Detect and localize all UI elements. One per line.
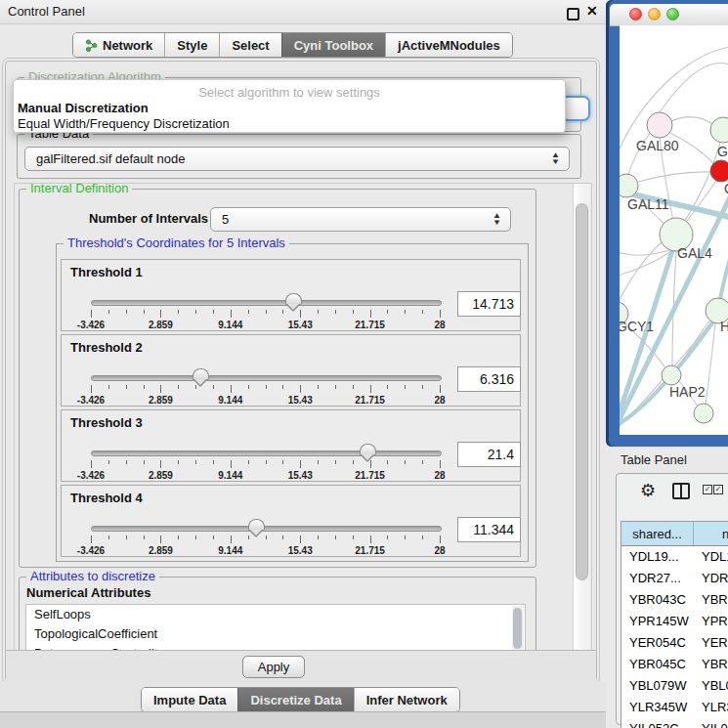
threshold-3-value-field[interactable]: 21.4 — [457, 442, 521, 467]
network-window-titlebar — [610, 4, 728, 26]
table-row[interactable]: YDL19...YDL1 — [621, 546, 728, 568]
stepper-arrows-icon: ▲▼ — [492, 212, 501, 226]
threshold-1-panel: Threshold 1 -3.4262.8599.14415.4321.7152… — [61, 259, 521, 331]
tab-cyni-toolbox-label: Cyni Toolbox — [294, 38, 373, 53]
cell: YLR3 — [694, 697, 728, 718]
number-of-intervals-value: 5 — [222, 212, 229, 227]
threshold-1-value-field[interactable]: 14.713 — [457, 291, 521, 317]
float-window-icon[interactable] — [567, 8, 579, 21]
threshold-4-panel: Threshold 4 -3.4262.8599.14415.4321.7152… — [61, 485, 521, 557]
tab-style-label: Style — [177, 38, 207, 53]
table-row[interactable]: YER054CYER0 — [621, 632, 728, 654]
dropdown-option-manual-discretization[interactable]: Manual Discretization — [14, 101, 565, 116]
cyni-toolbox-panel: Discretization Algorithm Select algorith… — [5, 61, 597, 682]
node-top-right[interactable] — [710, 117, 728, 143]
tab-jactivemnodules[interactable]: jActiveMNodules — [385, 33, 512, 57]
numerical-attributes-label: Numerical Attributes — [26, 585, 150, 600]
tab-jactivemnodules-label: jActiveMNodules — [398, 38, 500, 53]
tab-style[interactable]: Style — [164, 33, 219, 57]
threshold-2-panel: Threshold 2 -3.4262.8599.14415.4321.7152… — [61, 334, 521, 407]
node-label: GAL4 — [677, 245, 712, 261]
table-row[interactable]: YBL079WYBL0 — [621, 675, 728, 697]
node-hap2[interactable] — [662, 365, 681, 385]
table-data-combobox[interactable]: galFiltered.sif default node ▲▼ — [24, 147, 570, 171]
tab-cyni-toolbox[interactable]: Cyni Toolbox — [281, 33, 385, 57]
table-panel-title: Table Panel — [621, 452, 687, 467]
attributes-group-title: Attributes to discretize — [26, 569, 159, 583]
cell: YIL052C — [621, 718, 694, 728]
settings-scrollbar-thumb[interactable] — [576, 203, 588, 580]
attributes-list-scrollbar[interactable] — [512, 606, 524, 651]
network-view-window[interactable]: GAL80 GA G GAL11 GAL4 GCY1 H HAP2 — [606, 0, 728, 447]
column-header-name[interactable]: n — [694, 522, 728, 546]
tab-network[interactable]: Network — [73, 33, 164, 57]
node-gal11[interactable] — [620, 174, 638, 197]
bottom-tab-bar: Impute Data Discretize Data Infer Networ… — [141, 687, 460, 712]
tab-discretize-data[interactable]: Discretize Data — [237, 688, 353, 711]
node-selected-red[interactable] — [710, 160, 728, 182]
column-header-shared-name[interactable]: shared... — [621, 522, 694, 546]
gear-icon[interactable]: ⚙ — [640, 480, 656, 501]
threshold-1-slider-thumb[interactable] — [285, 293, 302, 305]
tab-infer-network[interactable]: Infer Network — [354, 688, 459, 711]
node-label: HAP2 — [669, 384, 706, 400]
table-row[interactable]: YPR145WYPR1 — [621, 611, 728, 632]
window-zoom-icon[interactable] — [666, 8, 679, 21]
table-panel-region: Table Panel ⚙ ✓ ✓ shared... n YDL19...YD… — [606, 447, 728, 728]
node-label: GAL11 — [627, 196, 669, 212]
network-canvas[interactable]: GAL80 GA G GAL11 GAL4 GCY1 H HAP2 — [620, 25, 728, 435]
cell: YPR1 — [694, 611, 728, 632]
checkbox-icon: ✓ — [713, 485, 723, 494]
threshold-2-ticks: -3.4262.8599.14415.4321.71528 — [91, 381, 440, 407]
cell: YBR0 — [694, 654, 728, 675]
threshold-3-panel: Threshold 3 -3.4262.8599.14415.4321.7152… — [61, 409, 521, 482]
attributes-list-scrollbar-thumb[interactable] — [513, 608, 522, 649]
table-row[interactable]: YLR345WYLR3 — [621, 697, 728, 718]
settings-scrollbar[interactable] — [573, 184, 591, 652]
node-gal80[interactable] — [647, 112, 672, 138]
threshold-4-slider-thumb[interactable] — [248, 519, 265, 531]
cell: YDL1 — [694, 546, 728, 568]
table-row[interactable]: YBR045CYBR0 — [621, 654, 728, 675]
threshold-3-label: Threshold 3 — [70, 415, 143, 430]
dropdown-option-equal-width-frequency[interactable]: Equal Width/Frequency Discretization — [14, 116, 565, 132]
select-columns-icon[interactable]: ✓ ✓ — [703, 485, 723, 494]
cell: YLR345W — [621, 697, 694, 718]
cell: YPR145W — [621, 611, 694, 632]
settings-scroll-region: Interval Definition Number of Intervals … — [14, 183, 592, 653]
thresholds-group: Threshold's Coordinates for 5 Intervals … — [56, 243, 529, 562]
numerical-attributes-list: SelfLoops TopologicalCoefficient Between… — [25, 604, 526, 653]
thresholds-group-title: Threshold's Coordinates for 5 Intervals — [64, 236, 289, 250]
threshold-2-slider-thumb[interactable] — [193, 368, 209, 380]
tab-discretize-data-label: Discretize Data — [250, 693, 341, 707]
table-row[interactable]: YDR27...YDR2 — [621, 568, 728, 589]
window-minimize-icon[interactable] — [648, 8, 661, 21]
tab-select[interactable]: Select — [219, 33, 280, 57]
table-panel-box: ⚙ ✓ ✓ shared... n YDL19...YDL1 YDR27...Y… — [616, 473, 728, 725]
threshold-3-ticks: -3.4262.8599.14415.4321.71528 — [91, 456, 440, 482]
split-view-icon[interactable] — [672, 483, 690, 499]
dropdown-placeholder-option: Select algorithm to view settings — [14, 85, 565, 101]
list-item[interactable]: SelfLoops — [26, 605, 525, 624]
threshold-1-ticks: -3.4262.8599.14415.4321.71528 — [91, 306, 440, 331]
threshold-4-value-field[interactable]: 11.344 — [457, 517, 521, 542]
tab-network-label: Network — [103, 38, 152, 53]
tab-impute-data[interactable]: Impute Data — [142, 688, 237, 711]
node-bottom[interactable] — [694, 404, 713, 423]
table-row[interactable]: YBR043CYBR0 — [621, 589, 728, 611]
threshold-2-label: Threshold 2 — [70, 340, 143, 355]
checkbox-icon: ✓ — [703, 485, 712, 494]
list-item[interactable]: TopologicalCoefficient — [26, 624, 525, 644]
algorithm-dropdown-popup: Select algorithm to view settings Manual… — [13, 79, 566, 133]
number-of-intervals-combobox[interactable]: 5 ▲▼ — [210, 207, 511, 232]
table-data-group: Table Data galFiltered.sif default node … — [17, 134, 581, 179]
node-label: GCY1 — [620, 319, 654, 334]
threshold-3-slider-thumb[interactable] — [360, 444, 376, 455]
close-icon[interactable]: ✕ — [586, 3, 598, 19]
network-graph: GAL80 GA G GAL11 GAL4 GCY1 H HAP2 — [620, 25, 728, 435]
control-panel: Control Panel ✕ Network Style Select Cyn… — [0, 0, 606, 728]
window-close-icon[interactable] — [629, 8, 642, 21]
threshold-2-value-field[interactable]: 6.316 — [457, 366, 521, 392]
table-row[interactable]: YIL052CYIL0 — [621, 718, 728, 728]
apply-button[interactable]: Apply — [242, 656, 305, 678]
